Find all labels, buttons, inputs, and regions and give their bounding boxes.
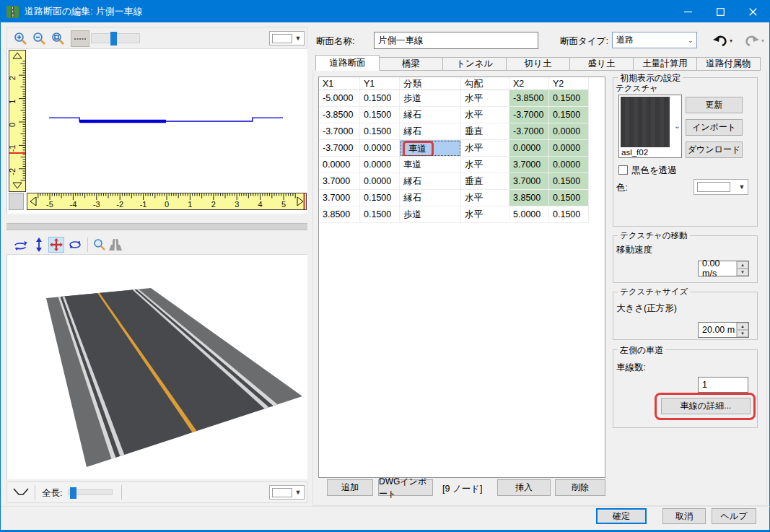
redo-button[interactable]: ▾ bbox=[744, 34, 764, 47]
undo-menu-arrow[interactable]: ▾ bbox=[730, 38, 732, 44]
cell-r2-c4[interactable]: -3.7000 bbox=[509, 123, 549, 140]
close-button[interactable] bbox=[737, 1, 769, 22]
cancel-button[interactable]: 取消 bbox=[662, 508, 706, 524]
table-row-1[interactable]: -3.85000.1500縁石水平-3.70000.1500 bbox=[319, 107, 605, 123]
column-header-Y1[interactable]: Y1 bbox=[360, 77, 400, 90]
display-color-dropdown[interactable]: ▼ bbox=[694, 179, 748, 195]
transparent-black-checkbox[interactable] bbox=[618, 165, 628, 175]
tab-1[interactable]: 橋梁 bbox=[379, 57, 443, 71]
spin-down-icon-2[interactable]: ▼ bbox=[737, 330, 748, 337]
cell-r5-c3[interactable]: 垂直 bbox=[461, 173, 509, 190]
rotate-horizontal-icon[interactable] bbox=[12, 237, 28, 253]
zoom-extents-icon[interactable] bbox=[49, 30, 66, 47]
cell-r2-c0[interactable]: -3.7000 bbox=[319, 123, 360, 140]
cell-r5-c5[interactable]: 0.1500 bbox=[549, 173, 589, 190]
zoom-in-icon[interactable] bbox=[12, 30, 29, 47]
cell-r4-c1[interactable]: 0.0000 bbox=[360, 157, 400, 173]
section-2d-canvas[interactable] bbox=[26, 50, 307, 192]
vertical-ruler[interactable]: 210-1-2 bbox=[9, 50, 26, 192]
download-texture-button[interactable]: ダウンロード bbox=[686, 141, 743, 158]
column-header-Y2[interactable]: Y2 bbox=[549, 77, 589, 90]
cell-r6-c4[interactable]: 3.8500 bbox=[509, 190, 549, 206]
move-speed-spinner[interactable]: 0.00 m/s ▲▼ bbox=[698, 261, 749, 276]
delete-button[interactable]: 削除 bbox=[555, 479, 605, 496]
tab-5[interactable]: 土量計算用 bbox=[633, 57, 697, 71]
tab-3[interactable]: 切り土 bbox=[506, 57, 570, 71]
table-row-6[interactable]: 3.70000.1500縁石水平3.85000.1500 bbox=[319, 190, 605, 206]
total-length-slider[interactable] bbox=[68, 489, 113, 495]
ok-button[interactable]: 確定 bbox=[596, 508, 647, 524]
spin-up-icon-2[interactable]: ▲ bbox=[737, 323, 748, 330]
column-header-X2[interactable]: X2 bbox=[509, 77, 549, 90]
cell-r4-c3[interactable]: 水平 bbox=[461, 157, 509, 173]
cell-r2-c1[interactable]: 0.1500 bbox=[360, 123, 400, 140]
cell-r7-c3[interactable]: 水平 bbox=[461, 206, 509, 223]
table-row-0[interactable]: -5.00000.1500歩道水平-3.85000.1500 bbox=[319, 90, 605, 107]
cell-r7-c0[interactable]: 3.8500 bbox=[319, 206, 360, 223]
table-row-2[interactable]: -3.70000.1500縁石垂直-3.70000.0000 bbox=[319, 123, 605, 140]
rotate-vertical-icon[interactable] bbox=[31, 237, 47, 253]
help-button[interactable]: ヘルプ bbox=[712, 508, 756, 524]
line-style-button[interactable] bbox=[71, 30, 89, 47]
column-header-勾配[interactable]: 勾配 bbox=[461, 77, 509, 90]
cell-r0-c5[interactable]: 0.1500 bbox=[549, 90, 589, 107]
road-3d-view[interactable] bbox=[6, 255, 307, 479]
table-row-5[interactable]: 3.70000.0000縁石垂直3.70000.1500 bbox=[319, 173, 605, 190]
lane-details-button[interactable]: 車線の詳細... bbox=[661, 398, 751, 414]
cell-r0-c1[interactable]: 0.1500 bbox=[360, 90, 400, 107]
cell-r1-c1[interactable]: 0.1500 bbox=[360, 107, 400, 123]
cell-r2-c5[interactable]: 0.0000 bbox=[549, 123, 589, 140]
section-type-dropdown[interactable]: 道路 ⌄ bbox=[612, 32, 697, 48]
section-name-input[interactable]: 片側一車線 bbox=[374, 32, 538, 49]
cell-r6-c2[interactable]: 縁石 bbox=[400, 190, 461, 206]
texture-size-spinner[interactable]: 20.00 m ▲▼ bbox=[698, 322, 749, 338]
cell-r1-c4[interactable]: -3.7000 bbox=[509, 107, 549, 123]
cell-r5-c4[interactable]: 3.7000 bbox=[509, 173, 549, 190]
cell-r1-c5[interactable]: 0.1500 bbox=[549, 107, 589, 123]
cell-r7-c4[interactable]: 5.0000 bbox=[509, 206, 549, 223]
table-row-3[interactable]: -3.70000.0000車道水平0.00000.0000 bbox=[319, 140, 605, 157]
insert-button[interactable]: 挿入 bbox=[497, 479, 551, 496]
cell-r5-c2[interactable]: 縁石 bbox=[400, 173, 461, 190]
cell-r7-c5[interactable]: 0.1500 bbox=[549, 206, 589, 223]
cell-r0-c0[interactable]: -5.0000 bbox=[319, 90, 360, 107]
cell-r0-c2[interactable]: 歩道 bbox=[400, 90, 461, 107]
cell-r4-c4[interactable]: 3.7000 bbox=[509, 157, 549, 173]
column-header-X1[interactable]: X1 bbox=[319, 77, 360, 90]
zoom-3d-icon[interactable] bbox=[92, 237, 108, 253]
view2d-color-dropdown[interactable]: ▼ bbox=[269, 31, 305, 45]
cell-r4-c0[interactable]: 0.0000 bbox=[319, 157, 360, 173]
table-row-7[interactable]: 3.85000.1500歩道水平5.00000.1500 bbox=[319, 206, 605, 223]
tab-4[interactable]: 盛り土 bbox=[569, 57, 634, 71]
cell-r6-c0[interactable]: 3.7000 bbox=[319, 190, 360, 206]
tab-0[interactable]: 道路断面 bbox=[315, 55, 380, 71]
line-width-slider-handle[interactable] bbox=[110, 32, 117, 45]
maximize-button[interactable] bbox=[704, 1, 737, 22]
undo-button[interactable]: ▾ bbox=[712, 34, 732, 47]
cell-r2-c3[interactable]: 垂直 bbox=[461, 123, 509, 140]
cell-r1-c3[interactable]: 水平 bbox=[461, 107, 509, 123]
cell-r7-c1[interactable]: 0.1500 bbox=[360, 206, 400, 223]
section-table[interactable]: X1Y1分類勾配X2Y2-5.00000.1500歩道水平-3.85000.15… bbox=[318, 77, 605, 478]
import-texture-button[interactable]: インポート bbox=[686, 119, 743, 136]
cell-r6-c3[interactable]: 水平 bbox=[461, 190, 509, 206]
cell-r6-c1[interactable]: 0.1500 bbox=[360, 190, 400, 206]
texture-chevron-icon[interactable]: ⌄ bbox=[674, 121, 681, 131]
add-button[interactable]: 追加 bbox=[327, 479, 373, 496]
horizontal-splitter[interactable] bbox=[6, 223, 307, 230]
cell-r3-c5[interactable]: 0.0000 bbox=[549, 140, 589, 157]
cell-r6-c5[interactable]: 0.1500 bbox=[549, 190, 589, 206]
total-length-slider-handle[interactable] bbox=[70, 487, 76, 499]
tab-2[interactable]: トンネル bbox=[442, 57, 507, 71]
cell-r3-c1[interactable]: 0.0000 bbox=[360, 140, 400, 157]
titlebar[interactable]: 道路断面の編集: 片側一車線 bbox=[1, 1, 769, 22]
cell-r3-c0[interactable]: -3.7000 bbox=[319, 140, 360, 157]
cell-r5-c0[interactable]: 3.7000 bbox=[319, 173, 360, 190]
tab-6[interactable]: 道路付属物 bbox=[696, 57, 761, 71]
dwg-import-button[interactable]: DWGインポート bbox=[378, 479, 433, 496]
view3d-color-dropdown[interactable]: ▼ bbox=[269, 485, 305, 500]
cell-r1-c2[interactable]: 縁石 bbox=[400, 107, 461, 123]
line-width-slider[interactable] bbox=[91, 33, 140, 43]
texture-dropdown[interactable]: ⌄ asl_f02 bbox=[618, 95, 682, 158]
cell-r5-c1[interactable]: 0.0000 bbox=[360, 173, 400, 190]
